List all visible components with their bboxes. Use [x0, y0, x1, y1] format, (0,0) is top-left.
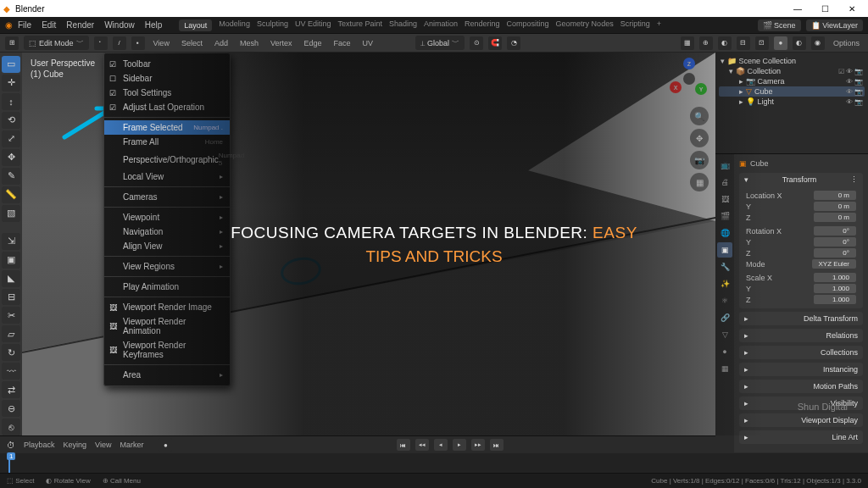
- menu-cameras[interactable]: Cameras: [104, 190, 230, 204]
- timeline-keying[interactable]: Keying: [64, 441, 87, 449]
- tab-compositing[interactable]: Compositing: [507, 19, 549, 31]
- menu-navigation[interactable]: Navigation: [104, 225, 230, 239]
- menu-frame-selected[interactable]: Frame SelectedNumpad .: [104, 120, 230, 135]
- tool-slide[interactable]: ⇄: [2, 381, 20, 398]
- tool-scale[interactable]: ⤢: [2, 130, 20, 147]
- tool-smooth[interactable]: 〰: [2, 363, 20, 380]
- menu-viewpoint[interactable]: Viewpoint: [104, 210, 230, 225]
- ptab-modifier[interactable]: 🔧: [717, 259, 732, 274]
- menu-file[interactable]: File: [18, 20, 31, 30]
- rot-z-field[interactable]: 0°: [814, 248, 856, 258]
- rot-mode-field[interactable]: XYZ Euler: [812, 259, 856, 269]
- menu-local-view[interactable]: Local View: [104, 169, 230, 184]
- tool-move[interactable]: ↕: [2, 93, 20, 110]
- panel-instancing[interactable]: ▸ Instancing: [739, 363, 863, 376]
- camera-view-icon[interactable]: 📷: [690, 151, 709, 169]
- nav-gizmo[interactable]: X Y Z: [668, 58, 709, 98]
- outliner-root[interactable]: ▾ 📁 Scene Collection: [719, 56, 865, 66]
- scene-selector[interactable]: 🎬 Scene: [758, 19, 801, 31]
- tool-addcube[interactable]: ▧: [2, 205, 20, 222]
- tool-loopcut[interactable]: ⊟: [2, 289, 20, 306]
- tool-measure[interactable]: 📏: [2, 186, 20, 203]
- tool-rip[interactable]: ⎋: [2, 419, 20, 435]
- tool-spin[interactable]: ↻: [2, 344, 20, 361]
- header-menu-view[interactable]: View: [153, 39, 170, 47]
- menu-area[interactable]: Area: [104, 368, 230, 382]
- ptab-output[interactable]: 🖨: [717, 175, 732, 190]
- scale-x-field[interactable]: 1.000: [814, 273, 856, 282]
- tool-polybuild[interactable]: ▱: [2, 325, 20, 342]
- next-key-icon[interactable]: ▸▸: [471, 439, 485, 451]
- tab-sculpting[interactable]: Sculpting: [257, 19, 288, 31]
- loc-x-field[interactable]: 0 m: [814, 191, 856, 200]
- outliner-light[interactable]: ▸ 💡 Light👁 📷: [719, 97, 865, 107]
- snap-icon[interactable]: 🧲: [488, 36, 502, 50]
- prev-key-icon[interactable]: ◂◂: [415, 439, 429, 451]
- object-name[interactable]: Cube: [750, 159, 769, 168]
- ptab-viewlayer[interactable]: 🖼: [717, 191, 732, 207]
- editor-type-icon[interactable]: ⊞: [5, 36, 19, 50]
- ptab-render[interactable]: 📺: [717, 158, 732, 173]
- panel-collections[interactable]: ▸ Collections: [739, 346, 863, 359]
- menu-frame-all[interactable]: Frame AllHome: [104, 135, 230, 149]
- scale-z-field[interactable]: 1.000: [814, 295, 856, 304]
- play-rev-icon[interactable]: ◂: [434, 439, 448, 451]
- ptab-particle[interactable]: ✨: [717, 276, 732, 291]
- window-close-button[interactable]: ✕: [839, 1, 865, 16]
- loc-z-field[interactable]: 0 m: [814, 213, 856, 222]
- menu-vp-render-keys[interactable]: 🖼Viewport Render Keyframes: [104, 338, 230, 362]
- tool-rotate[interactable]: ⟲: [2, 112, 20, 129]
- rot-x-field[interactable]: 0°: [814, 226, 856, 236]
- jump-end-icon[interactable]: ⏭: [490, 439, 504, 451]
- persp-ortho-icon[interactable]: ▦: [690, 173, 709, 191]
- tool-shrink[interactable]: ⊖: [2, 400, 20, 417]
- tool-inset[interactable]: ▣: [2, 252, 20, 269]
- tab-animation[interactable]: Animation: [424, 19, 458, 31]
- autokey-icon[interactable]: ●: [159, 438, 172, 452]
- ptab-mesh[interactable]: ▽: [717, 327, 732, 342]
- header-menu-add[interactable]: Add: [214, 39, 228, 47]
- menu-edit[interactable]: Edit: [42, 20, 56, 30]
- jump-start-icon[interactable]: ⏮: [397, 439, 410, 451]
- tool-extrude[interactable]: ⇲: [2, 233, 20, 250]
- scale-y-field[interactable]: 1.000: [814, 284, 856, 293]
- menu-sidebar[interactable]: ☐Sidebar: [104, 71, 230, 86]
- zoom-icon[interactable]: 🔍: [690, 107, 709, 125]
- header-menu-uv[interactable]: UV: [363, 39, 374, 47]
- panel-lineart[interactable]: ▸ Line Art: [739, 430, 863, 444]
- outliner-camera[interactable]: ▸ 📷 Camera👁 📷: [719, 76, 865, 86]
- mesh-edit-icon[interactable]: ▦: [681, 36, 694, 50]
- panel-motion[interactable]: ▸ Motion Paths: [739, 380, 863, 393]
- timeline-frames[interactable]: 1: [0, 453, 868, 473]
- viewport[interactable]: User Perspective (1) Cube ☑Toolbar ☐Side…: [22, 53, 715, 435]
- tool-select[interactable]: ▭: [2, 56, 20, 73]
- menu-tool-settings[interactable]: ☑Tool Settings: [104, 86, 230, 100]
- panel-transform-header[interactable]: ▾ Transform⋮: [739, 173, 863, 186]
- tab-geonodes[interactable]: Geometry Nodes: [556, 19, 614, 31]
- menu-help[interactable]: Help: [145, 20, 163, 30]
- shading-solid-icon[interactable]: ●: [774, 36, 787, 50]
- panel-delta[interactable]: ▸ Delta Transform: [739, 312, 863, 325]
- timeline-marker[interactable]: Marker: [120, 441, 143, 449]
- ptab-constraint[interactable]: 🔗: [717, 310, 732, 325]
- mode-selector[interactable]: ⬚ Edit Mode ﹀: [24, 36, 89, 50]
- ptab-physics[interactable]: ⚛: [717, 293, 732, 308]
- shading-wireframe-icon[interactable]: ⊡: [755, 36, 769, 50]
- timeline-view[interactable]: View: [95, 441, 111, 449]
- overlay-toggle-icon[interactable]: ◐: [718, 36, 732, 50]
- menu-persp-ortho[interactable]: Perspective/OrthographicNumpad 5: [104, 149, 230, 169]
- header-menu-face[interactable]: Face: [333, 39, 350, 47]
- shading-matprev-icon[interactable]: ◐: [793, 36, 806, 50]
- timeline-playback[interactable]: Playback: [24, 441, 55, 449]
- gizmo-toggle-icon[interactable]: ⊕: [699, 36, 713, 50]
- tool-cursor[interactable]: ✛: [2, 75, 20, 92]
- ptab-object[interactable]: ▣: [717, 242, 732, 258]
- menu-toolbar[interactable]: ☑Toolbar: [104, 57, 230, 71]
- timeline-editor-icon[interactable]: ⏱: [7, 441, 15, 450]
- tab-shading[interactable]: Shading: [389, 19, 417, 31]
- header-menu-select[interactable]: Select: [181, 39, 203, 47]
- menu-vp-render-anim[interactable]: 🖼Viewport Render Animation: [104, 314, 230, 338]
- menu-align-view[interactable]: Align View: [104, 239, 230, 253]
- tab-modeling[interactable]: Modeling: [219, 19, 250, 31]
- xray-icon[interactable]: ⊟: [737, 36, 750, 50]
